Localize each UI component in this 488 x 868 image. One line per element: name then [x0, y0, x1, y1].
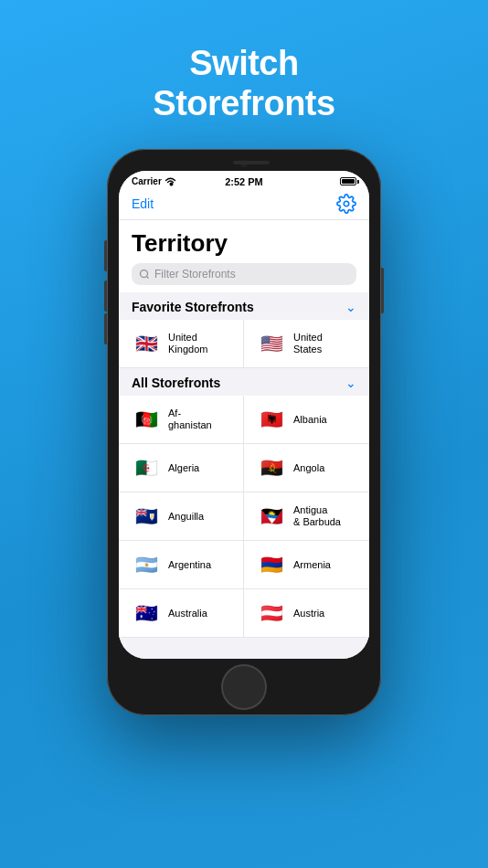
search-field[interactable]: Filter Storefronts: [132, 263, 356, 285]
status-time: 2:52 PM: [225, 176, 263, 187]
all-section-header: All Storefronts ⌄: [119, 368, 369, 396]
speaker: [233, 161, 270, 164]
list-item[interactable]: 🇦🇲 Armenia: [244, 541, 369, 589]
dz-flag: 🇩🇿: [132, 453, 161, 482]
am-flag: 🇦🇲: [257, 550, 286, 579]
nav-bar: Edit: [119, 190, 369, 220]
favorites-grid: 🇬🇧 UnitedKingdom 🇺🇸 UnitedStates: [119, 320, 369, 368]
list-item[interactable]: 🇦🇱 Albania: [244, 396, 369, 444]
us-flag: 🇺🇸: [257, 329, 286, 358]
app-title: Switch Storefronts: [153, 44, 334, 123]
favorite-section-title: Favorite Storefronts: [132, 300, 254, 314]
edit-button[interactable]: Edit: [132, 196, 154, 211]
ag-flag: 🇦🇬: [257, 502, 286, 531]
al-flag: 🇦🇱: [257, 405, 286, 434]
list-item[interactable]: 🇬🇧 UnitedKingdom: [119, 320, 244, 368]
chevron-down-icon-2[interactable]: ⌄: [345, 376, 356, 390]
list-item[interactable]: 🇦🇮 Anguilla: [119, 492, 244, 541]
country-name-at: Austria: [293, 608, 324, 619]
search-bar-wrapper: Filter Storefronts: [119, 263, 369, 292]
country-name-ao: Angola: [293, 462, 324, 474]
favorite-section-header: Favorite Storefronts ⌄: [119, 292, 369, 320]
content-area[interactable]: Territory Filter Storefronts Favorite St…: [119, 220, 369, 659]
country-name-uk: UnitedKingdom: [168, 332, 207, 355]
country-name-dz: Algeria: [168, 462, 199, 474]
phone-screen: Carrier 2:52 PM Edit: [119, 171, 369, 659]
at-flag: 🇦🇹: [257, 598, 286, 628]
phone-frame: Carrier 2:52 PM Edit: [107, 149, 381, 715]
list-item[interactable]: 🇦🇴 Angola: [244, 444, 369, 492]
country-name-al: Albania: [293, 414, 327, 426]
home-button[interactable]: [221, 664, 267, 710]
af-flag: 🇦🇫: [132, 405, 161, 434]
settings-icon[interactable]: [336, 194, 356, 214]
ai-flag: 🇦🇮: [132, 502, 161, 531]
country-name-ai: Anguilla: [168, 511, 204, 523]
chevron-down-icon[interactable]: ⌄: [345, 300, 356, 314]
list-item[interactable]: 🇦🇹 Austria: [244, 589, 369, 638]
uk-flag: 🇬🇧: [132, 329, 161, 358]
country-name-us: UnitedStates: [293, 332, 323, 355]
all-storefronts-grid: 🇦🇫 Af-ghanistan 🇦🇱 Albania 🇩🇿 Algeria 🇦🇴: [119, 396, 369, 638]
search-icon: [139, 269, 150, 280]
battery-area: [340, 177, 356, 185]
country-name-ar: Argentina: [168, 559, 211, 571]
battery-icon: [340, 177, 356, 185]
ao-flag: 🇦🇴: [257, 453, 286, 482]
search-placeholder: Filter Storefronts: [154, 268, 236, 281]
au-flag: 🇦🇺: [132, 598, 161, 628]
country-name-au: Australia: [168, 608, 207, 619]
svg-point-0: [344, 202, 349, 207]
page-title-block: Switch Storefronts: [153, 0, 334, 123]
status-bar: Carrier 2:52 PM: [119, 171, 369, 190]
country-name-ag: Antigua& Barbuda: [293, 504, 341, 528]
list-item[interactable]: 🇩🇿 Algeria: [119, 444, 244, 492]
territory-header: Territory Filter Storefronts: [119, 220, 369, 292]
wifi-icon: [164, 177, 176, 186]
ar-flag: 🇦🇷: [132, 550, 161, 579]
territory-title: Territory: [119, 220, 369, 263]
list-item[interactable]: 🇦🇫 Af-ghanistan: [119, 396, 244, 444]
list-item[interactable]: 🇦🇷 Argentina: [119, 541, 244, 589]
list-item[interactable]: 🇦🇺 Australia: [119, 589, 244, 638]
svg-line-2: [146, 277, 148, 279]
country-name-af: Af-ghanistan: [168, 408, 212, 431]
carrier-label: Carrier: [132, 176, 176, 186]
svg-point-1: [141, 270, 148, 278]
country-name-am: Armenia: [293, 559, 331, 571]
all-section-title: All Storefronts: [132, 376, 220, 390]
list-item[interactable]: 🇺🇸 UnitedStates: [244, 320, 369, 368]
list-item[interactable]: 🇦🇬 Antigua& Barbuda: [244, 492, 369, 541]
